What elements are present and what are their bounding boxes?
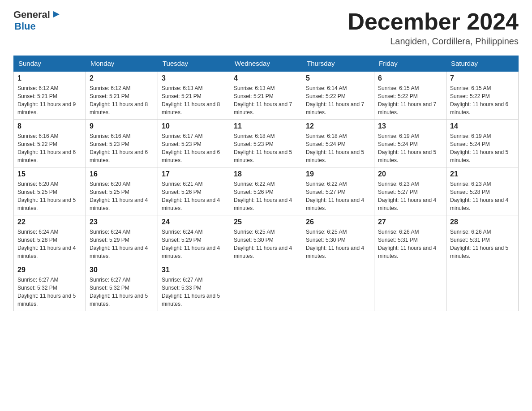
daylight-label: Daylight: 11 hours and 8 minutes. xyxy=(90,101,148,116)
daylight-label: Daylight: 11 hours and 5 minutes. xyxy=(17,197,76,211)
day-info: Sunrise: 6:25 AM Sunset: 5:30 PM Dayligh… xyxy=(306,228,370,260)
sunrise-label: Sunrise: 6:22 AM xyxy=(306,181,347,187)
daylight-label: Daylight: 11 hours and 4 minutes. xyxy=(90,245,148,259)
sunset-label: Sunset: 5:30 PM xyxy=(306,237,346,243)
calendar-subtitle: Langiden, Cordillera, Philippines xyxy=(348,36,519,47)
calendar-cell: 21 Sunrise: 6:23 AM Sunset: 5:28 PM Dayl… xyxy=(446,167,519,215)
sunrise-label: Sunrise: 6:21 AM xyxy=(162,181,202,187)
day-number: 13 xyxy=(378,122,442,130)
calendar-header-row: Sunday Monday Tuesday Wednesday Thursday… xyxy=(14,56,519,72)
logo-general-text: General xyxy=(13,9,50,21)
calendar-cell: 31 Sunrise: 6:27 AM Sunset: 5:33 PM Dayl… xyxy=(158,263,230,311)
daylight-label: Daylight: 11 hours and 7 minutes. xyxy=(378,101,436,116)
day-info: Sunrise: 6:23 AM Sunset: 5:28 PM Dayligh… xyxy=(450,180,515,212)
sunset-label: Sunset: 5:31 PM xyxy=(378,237,418,243)
sunset-label: Sunset: 5:26 PM xyxy=(234,189,274,195)
sunrise-label: Sunrise: 6:27 AM xyxy=(162,277,202,283)
daylight-label: Daylight: 11 hours and 4 minutes. xyxy=(306,197,364,211)
day-number: 3 xyxy=(162,74,226,82)
day-info: Sunrise: 6:25 AM Sunset: 5:30 PM Dayligh… xyxy=(234,228,298,260)
calendar-cell: 28 Sunrise: 6:26 AM Sunset: 5:31 PM Dayl… xyxy=(446,215,519,263)
daylight-label: Daylight: 11 hours and 5 minutes. xyxy=(17,293,76,307)
daylight-label: Daylight: 11 hours and 5 minutes. xyxy=(162,293,220,307)
calendar-cell: 11 Sunrise: 6:18 AM Sunset: 5:23 PM Dayl… xyxy=(230,120,302,167)
calendar-cell xyxy=(230,263,302,311)
header-friday: Friday xyxy=(374,56,446,72)
daylight-label: Daylight: 11 hours and 6 minutes. xyxy=(90,149,148,163)
day-number: 26 xyxy=(306,218,370,226)
daylight-label: Daylight: 11 hours and 5 minutes. xyxy=(450,245,508,259)
calendar-cell: 20 Sunrise: 6:23 AM Sunset: 5:27 PM Dayl… xyxy=(374,167,446,215)
sunrise-label: Sunrise: 6:18 AM xyxy=(234,133,275,139)
sunset-label: Sunset: 5:32 PM xyxy=(90,285,129,291)
page-header: General Blue December 2024 Langiden, Cor… xyxy=(13,9,519,47)
day-info: Sunrise: 6:20 AM Sunset: 5:25 PM Dayligh… xyxy=(90,180,154,212)
day-info: Sunrise: 6:16 AM Sunset: 5:23 PM Dayligh… xyxy=(90,132,154,164)
sunset-label: Sunset: 5:29 PM xyxy=(90,237,129,243)
day-info: Sunrise: 6:15 AM Sunset: 5:22 PM Dayligh… xyxy=(378,84,442,116)
day-number: 30 xyxy=(90,266,154,274)
sunset-label: Sunset: 5:22 PM xyxy=(17,141,57,147)
sunrise-label: Sunrise: 6:23 AM xyxy=(378,181,419,187)
sunrise-label: Sunrise: 6:17 AM xyxy=(162,133,202,139)
sunset-label: Sunset: 5:21 PM xyxy=(162,93,202,99)
daylight-label: Daylight: 11 hours and 9 minutes. xyxy=(17,101,76,116)
daylight-label: Daylight: 11 hours and 4 minutes. xyxy=(17,245,76,259)
day-info: Sunrise: 6:14 AM Sunset: 5:22 PM Dayligh… xyxy=(306,84,370,116)
daylight-label: Daylight: 11 hours and 5 minutes. xyxy=(234,149,292,163)
calendar-cell: 22 Sunrise: 6:24 AM Sunset: 5:28 PM Dayl… xyxy=(14,215,86,263)
daylight-label: Daylight: 11 hours and 4 minutes. xyxy=(378,245,436,259)
sunrise-label: Sunrise: 6:24 AM xyxy=(162,229,202,235)
sunset-label: Sunset: 5:21 PM xyxy=(90,93,129,99)
sunrise-label: Sunrise: 6:12 AM xyxy=(17,85,58,91)
sunset-label: Sunset: 5:23 PM xyxy=(162,141,202,147)
day-info: Sunrise: 6:24 AM Sunset: 5:29 PM Dayligh… xyxy=(162,228,226,260)
calendar-cell: 7 Sunrise: 6:15 AM Sunset: 5:22 PM Dayli… xyxy=(446,71,519,120)
sunrise-label: Sunrise: 6:25 AM xyxy=(234,229,275,235)
svg-marker-0 xyxy=(53,11,60,17)
day-info: Sunrise: 6:13 AM Sunset: 5:21 PM Dayligh… xyxy=(234,84,298,116)
calendar-cell: 18 Sunrise: 6:22 AM Sunset: 5:26 PM Dayl… xyxy=(230,167,302,215)
calendar-cell: 17 Sunrise: 6:21 AM Sunset: 5:26 PM Dayl… xyxy=(158,167,230,215)
day-info: Sunrise: 6:24 AM Sunset: 5:28 PM Dayligh… xyxy=(17,228,82,260)
sunrise-label: Sunrise: 6:23 AM xyxy=(450,181,491,187)
calendar-cell: 12 Sunrise: 6:18 AM Sunset: 5:24 PM Dayl… xyxy=(302,120,374,167)
day-number: 22 xyxy=(17,218,82,226)
sunset-label: Sunset: 5:31 PM xyxy=(450,237,490,243)
sunset-label: Sunset: 5:29 PM xyxy=(162,237,202,243)
daylight-label: Daylight: 11 hours and 5 minutes. xyxy=(306,149,364,163)
day-info: Sunrise: 6:27 AM Sunset: 5:32 PM Dayligh… xyxy=(90,276,154,308)
day-number: 5 xyxy=(306,74,370,82)
sunset-label: Sunset: 5:22 PM xyxy=(306,93,346,99)
daylight-label: Daylight: 11 hours and 4 minutes. xyxy=(234,197,292,211)
day-number: 8 xyxy=(17,122,82,130)
day-info: Sunrise: 6:23 AM Sunset: 5:27 PM Dayligh… xyxy=(378,180,442,212)
day-info: Sunrise: 6:17 AM Sunset: 5:23 PM Dayligh… xyxy=(162,132,226,164)
day-number: 24 xyxy=(162,218,226,226)
calendar-week-5: 29 Sunrise: 6:27 AM Sunset: 5:32 PM Dayl… xyxy=(14,263,519,311)
day-number: 19 xyxy=(306,170,370,178)
title-block: December 2024 Langiden, Cordillera, Phil… xyxy=(348,9,519,47)
day-info: Sunrise: 6:12 AM Sunset: 5:21 PM Dayligh… xyxy=(17,84,82,116)
sunrise-label: Sunrise: 6:22 AM xyxy=(234,181,275,187)
sunset-label: Sunset: 5:28 PM xyxy=(17,237,57,243)
calendar-cell: 26 Sunrise: 6:25 AM Sunset: 5:30 PM Dayl… xyxy=(302,215,374,263)
day-info: Sunrise: 6:21 AM Sunset: 5:26 PM Dayligh… xyxy=(162,180,226,212)
sunrise-label: Sunrise: 6:26 AM xyxy=(450,229,491,235)
calendar-table: Sunday Monday Tuesday Wednesday Thursday… xyxy=(13,56,519,311)
sunrise-label: Sunrise: 6:16 AM xyxy=(17,133,58,139)
day-number: 6 xyxy=(378,74,442,82)
calendar-cell: 14 Sunrise: 6:19 AM Sunset: 5:24 PM Dayl… xyxy=(446,120,519,167)
day-info: Sunrise: 6:22 AM Sunset: 5:26 PM Dayligh… xyxy=(234,180,298,212)
day-number: 14 xyxy=(450,122,515,130)
sunrise-label: Sunrise: 6:19 AM xyxy=(378,133,419,139)
sunset-label: Sunset: 5:28 PM xyxy=(450,189,490,195)
day-number: 10 xyxy=(162,122,226,130)
day-info: Sunrise: 6:27 AM Sunset: 5:32 PM Dayligh… xyxy=(17,276,82,308)
calendar-cell: 23 Sunrise: 6:24 AM Sunset: 5:29 PM Dayl… xyxy=(86,215,158,263)
sunrise-label: Sunrise: 6:12 AM xyxy=(90,85,130,91)
day-info: Sunrise: 6:12 AM Sunset: 5:21 PM Dayligh… xyxy=(90,84,154,116)
header-thursday: Thursday xyxy=(302,56,374,72)
calendar-cell: 6 Sunrise: 6:15 AM Sunset: 5:22 PM Dayli… xyxy=(374,71,446,120)
sunrise-label: Sunrise: 6:15 AM xyxy=(378,85,419,91)
